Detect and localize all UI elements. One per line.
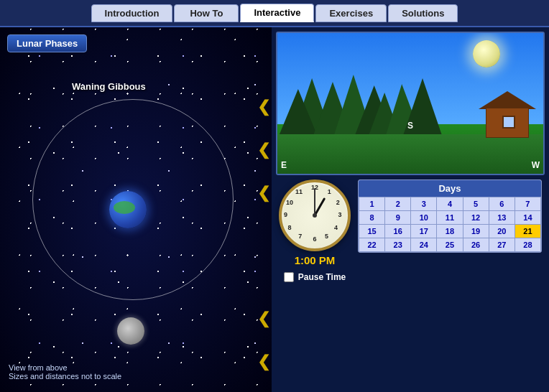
arrow-1[interactable]: ❮ — [257, 99, 270, 115]
calendar-cell-27[interactable]: 27 — [489, 238, 515, 251]
tab-introduction[interactable]: Introduction — [91, 4, 173, 22]
calendar-cell-5[interactable]: 5 — [463, 197, 489, 210]
clock-num-7: 7 — [296, 232, 305, 241]
grass — [277, 134, 543, 174]
calendar-cell-16[interactable]: 16 — [385, 225, 410, 238]
calendar-cell-8[interactable]: 8 — [359, 211, 384, 224]
tab-solutions[interactable]: Solutions — [388, 4, 458, 22]
clock-num-6: 6 — [310, 235, 319, 243]
scale-disclaimer: Sizes and distances not to scale — [9, 372, 121, 381]
cabin-window — [502, 116, 515, 129]
lunar-phases-title: Lunar Phases — [17, 38, 78, 49]
clock-num-3: 3 — [336, 210, 344, 219]
compass-south: S — [407, 121, 413, 131]
phase-label: Waning Gibbous — [72, 81, 146, 92]
calendar-cell-2[interactable]: 2 — [385, 197, 410, 210]
calendar-cell-11[interactable]: 11 — [437, 211, 462, 224]
clock-num-2: 2 — [333, 198, 342, 207]
compass-west: W — [532, 160, 540, 170]
clock-num-1: 1 — [325, 187, 333, 196]
arrow-3[interactable]: ❮ — [257, 185, 270, 201]
disclaimer-text: View from above Sizes and distances not … — [9, 363, 121, 381]
calendar-cell-13[interactable]: 13 — [489, 211, 515, 224]
calendar-cell-12[interactable]: 12 — [463, 211, 489, 224]
clock-num-5: 5 — [323, 232, 331, 241]
clock-face: 12 1 2 3 4 5 6 7 8 9 10 11 — [279, 179, 351, 251]
clock-num-4: 4 — [331, 223, 340, 232]
tab-interactive[interactable]: Interactive — [240, 4, 314, 22]
view-from-above: View from above — [9, 363, 121, 372]
calendar-cell-21[interactable]: 21 — [515, 225, 540, 238]
cabin — [479, 95, 536, 138]
compass-east: E — [281, 160, 287, 170]
calendar-cell-6[interactable]: 6 — [489, 197, 515, 210]
calendar-cell-3[interactable]: 3 — [411, 197, 436, 210]
calendar-cell-1[interactable]: 1 — [359, 197, 384, 210]
calendar-header: Days — [359, 180, 541, 197]
space-view: Lunar Phases Waning Gibbous ❮ ❮ ❮ ❮ ❮ Vi… — [0, 27, 272, 392]
calendar-cell-14[interactable]: 14 — [515, 211, 540, 224]
earth — [109, 191, 147, 228]
clock-section: 12 1 2 3 4 5 6 7 8 9 10 11 — [279, 179, 351, 282]
calendar-cell-28[interactable]: 28 — [515, 238, 540, 251]
calendar-cell-24[interactable]: 24 — [411, 238, 436, 251]
calendar-cell-20[interactable]: 20 — [489, 225, 515, 238]
moon-on-orbit — [117, 317, 144, 345]
pause-checkbox[interactable] — [284, 272, 294, 282]
clock-num-11: 11 — [295, 187, 303, 196]
tab-exercises[interactable]: Exercises — [315, 4, 387, 22]
calendar-cell-7[interactable]: 7 — [515, 197, 540, 210]
calendar-cell-25[interactable]: 25 — [437, 238, 462, 251]
time-display: 1:00 PM — [295, 254, 336, 266]
calendar-cell-18[interactable]: 18 — [437, 225, 462, 238]
cabin-roof — [479, 91, 536, 109]
bottom-controls: 12 1 2 3 4 5 6 7 8 9 10 11 — [276, 179, 545, 282]
calendar: Days 12345678910111213141516171819202122… — [358, 179, 542, 253]
scene-view: E S W — [276, 32, 545, 175]
calendar-cell-4[interactable]: 4 — [437, 197, 462, 210]
minute-hand — [314, 188, 315, 215]
scene-moon — [473, 40, 500, 67]
main-content: Lunar Phases Waning Gibbous ❮ ❮ ❮ ❮ ❮ Vi… — [0, 27, 549, 392]
forest-svg — [277, 71, 451, 139]
pause-section: Pause Time — [284, 272, 346, 282]
calendar-cell-15[interactable]: 15 — [359, 225, 384, 238]
calendar-cell-19[interactable]: 19 — [463, 225, 489, 238]
arrow-5[interactable]: ❮ — [257, 354, 270, 370]
pause-label[interactable]: Pause Time — [298, 272, 346, 282]
calendar-cell-10[interactable]: 10 — [411, 211, 436, 224]
calendar-cell-17[interactable]: 17 — [411, 225, 436, 238]
calendar-cell-9[interactable]: 9 — [385, 211, 410, 224]
clock-num-8: 8 — [285, 223, 294, 232]
clock-center-dot — [313, 213, 317, 218]
clock-num-9: 9 — [282, 210, 290, 219]
arrow-4[interactable]: ❮ — [257, 311, 270, 327]
calendar-grid: 1234567891011121314151617181920212223242… — [359, 197, 541, 252]
right-panel: E S W 12 1 2 3 4 5 6 7 8 9 — [272, 27, 549, 392]
lunar-phases-label: Lunar Phases — [7, 34, 87, 52]
arrow-2[interactable]: ❮ — [257, 142, 270, 158]
clock-num-10: 10 — [285, 198, 294, 207]
calendar-cell-26[interactable]: 26 — [463, 238, 489, 251]
calendar-cell-22[interactable]: 22 — [359, 238, 384, 251]
calendar-cell-23[interactable]: 23 — [385, 238, 410, 251]
tab-how-to[interactable]: How To — [174, 4, 239, 22]
top-navigation: Introduction How To Interactive Exercise… — [0, 0, 549, 27]
cabin-body — [486, 108, 529, 138]
